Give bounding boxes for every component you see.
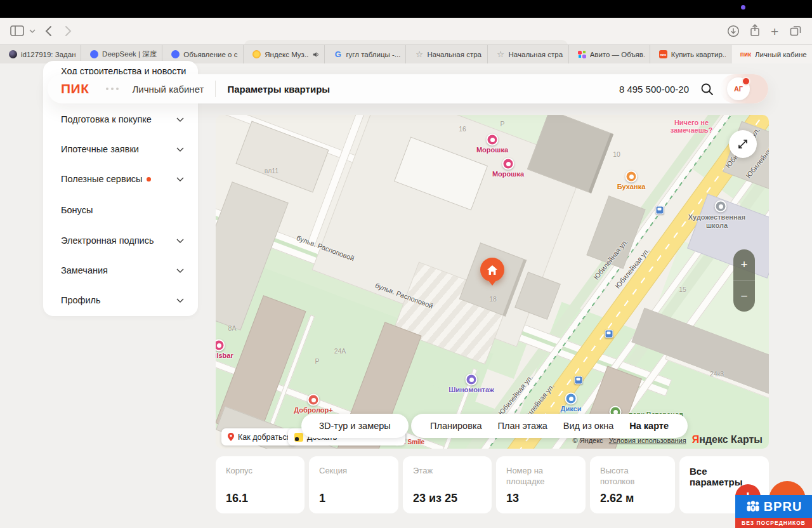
map-poi-label[interactable]: Морошка xyxy=(492,170,524,178)
tab-3[interactable]: На карте xyxy=(629,421,669,431)
yandex-music-favicon-icon xyxy=(252,50,261,58)
chevron-down-icon xyxy=(176,177,184,182)
bus-stop-icon[interactable] xyxy=(605,330,613,338)
browser-tab-title: Начальная стра... xyxy=(427,51,481,58)
param-card-nomer: Номер на площадке 13 xyxy=(496,456,586,513)
browser-tab[interactable]: Яндекс Муз... xyxy=(244,45,325,63)
tab-1[interactable]: План этажа xyxy=(498,421,547,431)
pik-logo[interactable]: ПИК xyxy=(61,81,89,96)
map-poi-icon[interactable] xyxy=(715,201,727,213)
map-poi-label[interactable]: Морошка xyxy=(476,146,508,154)
google-favicon-icon xyxy=(334,50,342,58)
map-poi-label[interactable]: Художественная школа xyxy=(688,213,745,229)
search-icon[interactable] xyxy=(700,82,714,96)
map-ad-label[interactable]: Ничего не замечаешь? xyxy=(658,119,724,134)
sidebar-item[interactable]: Ипотечные заявки xyxy=(61,142,184,156)
param-value: 16.1 xyxy=(226,492,248,505)
downloads-icon[interactable] xyxy=(727,25,740,37)
sidebar-toggle-icon[interactable] xyxy=(10,25,24,36)
param-value: 13 xyxy=(506,492,519,505)
phone-number[interactable]: 8 495 500-00-20 xyxy=(619,84,689,95)
browser-tab[interactable]: Личный кабине... xyxy=(731,45,812,63)
map-house-number: 8А xyxy=(228,324,237,332)
generic-dark-favicon-icon xyxy=(9,50,17,58)
expand-icon xyxy=(737,138,749,150)
browser-tab[interactable]: гугл таблицы -... xyxy=(325,45,406,63)
avatar[interactable]: АГ xyxy=(727,77,750,100)
sidebar-item[interactable]: Электронная подпись xyxy=(61,234,184,248)
sidebar-item[interactable]: Профиль xyxy=(61,293,184,307)
param-card-potolki: Высота потолков 2.62 м xyxy=(590,456,675,513)
forward-button[interactable] xyxy=(65,25,72,37)
map-house-number: 16 xyxy=(459,125,466,133)
pik-text-favicon-icon xyxy=(740,50,751,58)
bus-stop-icon[interactable] xyxy=(656,206,664,214)
share-icon[interactable] xyxy=(749,23,761,37)
menu-dots-icon[interactable] xyxy=(106,88,119,90)
sidebar-item[interactable]: Полезные сервисы xyxy=(61,172,184,186)
nav-section[interactable]: Личный кабинет xyxy=(133,84,204,95)
map-poi-label[interactable]: Буханка xyxy=(617,183,646,191)
zoom-in-button[interactable]: + xyxy=(733,249,755,280)
back-button[interactable] xyxy=(45,25,52,37)
sidebar-item-label: Полезные сервисы xyxy=(61,174,151,184)
param-label: Номер на площадке xyxy=(506,466,575,487)
map-poi-icon[interactable] xyxy=(487,134,499,146)
tab-audio-icon[interactable] xyxy=(313,51,320,58)
terms-link[interactable]: Условия использования xyxy=(609,437,686,444)
map-poi-label[interactable]: Добролор+ xyxy=(294,406,332,414)
sidebar-item-label: Ипотечные заявки xyxy=(61,144,139,154)
tab-3d-tour[interactable]: 3D-тур и замеры xyxy=(301,414,409,438)
sidebar-item-label: Замечания xyxy=(61,265,108,275)
divider xyxy=(215,81,216,97)
map-poi-icon[interactable] xyxy=(565,393,577,405)
tab-overview-icon[interactable] xyxy=(790,25,802,37)
chevron-down-icon xyxy=(176,268,184,273)
map-poi-icon[interactable] xyxy=(466,374,478,386)
map-poi-icon[interactable] xyxy=(308,394,320,406)
sidebar-item-text: Подготовка к покупке xyxy=(61,114,152,124)
chevron-down-icon[interactable] xyxy=(29,29,36,33)
browser-tab[interactable]: Начальная стра... xyxy=(406,45,487,63)
map-house-number: вл11 xyxy=(265,167,278,175)
param-value: 23 из 25 xyxy=(413,492,457,505)
yandex-maps-logo[interactable]: Яндекс Карты xyxy=(692,434,763,446)
star-favicon-icon xyxy=(497,50,505,58)
browser-tab-title: Яндекс Муз... xyxy=(265,51,309,58)
browser-tab[interactable]: Начальная стра... xyxy=(488,45,569,63)
tab-2[interactable]: Вид из окна xyxy=(563,421,614,431)
map-poi-icon[interactable] xyxy=(625,171,638,183)
sidebar-item[interactable]: Подготовка к покупке xyxy=(61,112,184,126)
map-zoom-control: + − xyxy=(733,249,755,312)
param-label: Высота потолков xyxy=(600,466,665,487)
bus-stop-icon[interactable] xyxy=(575,376,583,385)
map-poi-label[interactable]: Дикси xyxy=(561,405,582,413)
param-value: 2.62 м xyxy=(600,492,634,505)
new-tab-icon[interactable]: + xyxy=(771,24,778,39)
browser-tab-title: Купить квартир... xyxy=(671,51,726,58)
browser-tab[interactable]: Авито — Объяв... xyxy=(569,45,650,63)
browser-tab[interactable]: Купить квартир... xyxy=(650,45,731,63)
map-poi-icon[interactable] xyxy=(502,158,514,170)
sidebar-item-label: Подготовка к покупке xyxy=(61,114,152,124)
tab-0[interactable]: Планировка xyxy=(430,421,482,431)
home-pin[interactable] xyxy=(480,258,504,282)
deepseek-favicon-icon xyxy=(171,50,180,58)
map-expand-button[interactable] xyxy=(729,130,757,158)
zoom-out-button[interactable]: − xyxy=(733,280,755,312)
page-title: Параметры квартиры xyxy=(227,84,330,95)
map-poi-label[interactable]: Шиномонтаж xyxy=(449,386,494,394)
sidebar-item-text: Полезные сервисы xyxy=(61,174,142,184)
sidebar-item[interactable]: Бонусы xyxy=(61,203,184,217)
chevron-down-icon xyxy=(176,147,184,152)
map-house-number: P xyxy=(500,120,504,128)
map-canvas[interactable]: бульв. Распоповойбульв. РаспоповойЮбилей… xyxy=(216,115,769,449)
sidebar-item[interactable]: Замечания xyxy=(61,263,184,277)
map-poi-label[interactable]: ilsbar xyxy=(216,352,233,360)
param-card-etazh: Этаж 23 из 25 xyxy=(403,456,492,513)
route-button[interactable]: Как добраться xyxy=(221,428,297,446)
chevron-down-icon xyxy=(176,298,184,303)
notification-dot xyxy=(147,177,151,182)
pik-favicon-icon xyxy=(659,50,667,58)
sidebar-item-label: Электронная подпись xyxy=(61,235,154,246)
